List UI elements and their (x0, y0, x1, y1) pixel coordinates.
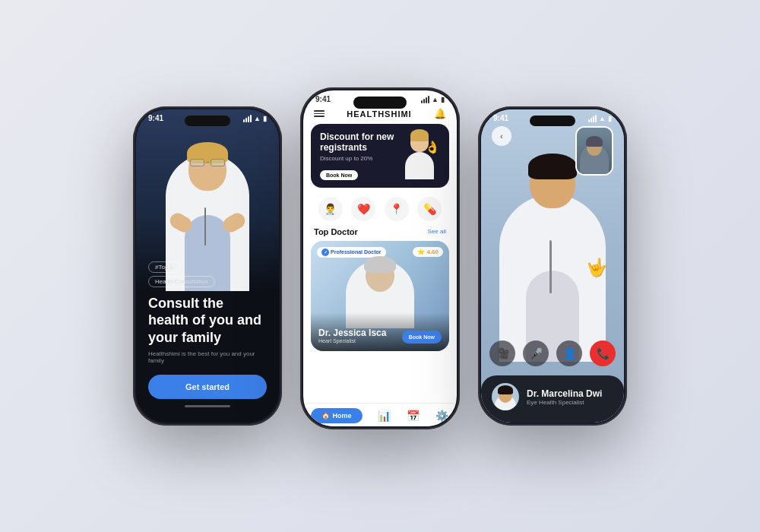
quick-icon-medicine[interactable]: 💊 (417, 197, 442, 221)
doctor-call-info: Dr. Marcelina Dwi Eye Health Specialist (527, 388, 613, 406)
time-right: 9:41 (493, 114, 508, 122)
nav-home[interactable]: 🏠 Home (311, 408, 362, 423)
phone-left: 9:41 ▲ ▮ (133, 106, 282, 426)
quick-icon-health[interactable]: ❤️ (351, 197, 375, 221)
battery-icon-right: ▮ (608, 115, 612, 122)
promo-title: Discount for new registrants (320, 131, 398, 154)
nav-calendar[interactable]: 📅 (407, 410, 420, 422)
quick-access-icons: 👨‍⚕️ ❤️ 📍 💊 (303, 194, 457, 227)
promo-subtitle: Discount up to 20% (320, 155, 398, 162)
status-icons-left: ▲ ▮ (243, 115, 267, 122)
add-person-icon: 👤 (563, 347, 576, 359)
stats-icon: 📊 (378, 410, 391, 422)
battery-icon-left: ▮ (263, 115, 267, 122)
doctor-card: Professional Doctor ⭐ 4.60 Dr. Jessica I… (311, 241, 449, 351)
video-icon: 🎥 (496, 347, 509, 359)
notification-icon[interactable]: 🔔 (434, 108, 446, 119)
bottom-indicator (185, 405, 230, 407)
splash-title: Consult the health of you and your famil… (148, 295, 267, 347)
promo-banner: Discount for new registrants Discount up… (311, 124, 449, 188)
badge-row: #Top 1 Health Consultation (148, 261, 267, 287)
see-all-link[interactable]: See all (428, 228, 446, 235)
battery-icon-center: ▮ (441, 96, 445, 103)
patient-figure (578, 131, 610, 174)
end-call-icon: 📞 (597, 347, 610, 359)
status-icons-center: ▲ ▮ (421, 96, 445, 103)
nav-stats[interactable]: 📊 (378, 410, 391, 422)
signal-icon-left (243, 115, 252, 122)
card-doctor-info: Dr. Jessica Isca Heart Specialist (318, 328, 386, 344)
splash-content: #Top 1 Health Consultation Consult the h… (136, 252, 279, 423)
top-badge: #Top 1 (148, 261, 180, 273)
doctor-info-bar: Dr. Marcelina Dwi Eye Health Specialist (481, 375, 624, 423)
calendar-icon: 📅 (407, 410, 420, 422)
app-title: HEALTHSHIMI (347, 109, 411, 119)
signal-icon-right (588, 115, 597, 122)
time-left: 9:41 (148, 114, 163, 122)
notch-right (530, 116, 575, 126)
mute-button[interactable]: 🎤 (523, 340, 549, 366)
patient-video (577, 128, 612, 174)
doctor-card-background: Professional Doctor ⭐ 4.60 Dr. Jessica I… (311, 241, 449, 351)
home-icon: 🏠 (321, 412, 330, 420)
doctor-specialty: Eye Health Specialist (527, 399, 613, 406)
card-book-button[interactable]: Book Now (402, 331, 442, 344)
phone-center: 9:41 ▲ ▮ HEALTHSHIMI (300, 87, 460, 429)
location-icon-circle: 📍 (385, 197, 409, 221)
video-off-button[interactable]: 🎥 (489, 340, 515, 366)
video-call-screen: 9:41 ▲ ▮ ‹ (481, 109, 624, 423)
wifi-icon-center: ▲ (432, 96, 439, 103)
health-icon-circle: ❤️ (351, 197, 375, 221)
medicine-icon-circle: 💊 (417, 197, 442, 221)
doctor-icon-circle: 👨‍⚕️ (318, 197, 343, 221)
home-screen: 9:41 ▲ ▮ HEALTHSHIMI (303, 90, 457, 426)
phone-right: 9:41 ▲ ▮ ‹ (478, 106, 627, 426)
promo-nurse-image: 👌 (398, 132, 440, 179)
wifi-icon-left: ▲ (254, 115, 261, 122)
doctor-figure-main: 🤟 (492, 149, 613, 362)
avatar-image (492, 385, 518, 410)
bottom-navigation: 🏠 Home 📊 📅 ⚙️ (303, 403, 457, 426)
mini-camera-view (575, 126, 613, 176)
microphone-icon: 🎤 (530, 347, 543, 359)
wifi-icon-right: ▲ (599, 115, 606, 122)
settings-icon: ⚙️ (435, 410, 448, 422)
back-button[interactable]: ‹ (492, 126, 511, 146)
nav-settings[interactable]: ⚙️ (435, 410, 448, 422)
end-call-button[interactable]: 📞 (590, 340, 616, 366)
time-center: 9:41 (315, 95, 331, 103)
card-doctor-name: Dr. Jessica Isca (318, 328, 386, 338)
card-doctor-specialty: Heart Specialist (318, 338, 386, 344)
notch-center (353, 97, 407, 109)
top-doctor-section: Top Doctor See all (303, 227, 457, 241)
promo-book-button[interactable]: Book Now (320, 170, 358, 180)
health-badge: Health Consultation (148, 276, 215, 287)
add-person-button[interactable]: 👤 (556, 340, 582, 366)
promo-text: Discount for new registrants Discount up… (320, 131, 398, 180)
doctor-name: Dr. Marcelina Dwi (527, 388, 613, 399)
doctor-avatar (492, 383, 519, 410)
card-info: Dr. Jessica Isca Heart Specialist Book N… (311, 312, 449, 351)
status-icons-right: ▲ ▮ (588, 115, 612, 122)
splash-screen: 9:41 ▲ ▮ (136, 109, 279, 423)
signal-icon-center (421, 96, 429, 103)
menu-button[interactable] (314, 110, 325, 117)
splash-subtitle: Healthshimi is the best for you and your… (148, 350, 267, 364)
quick-icon-location[interactable]: 📍 (385, 197, 409, 221)
get-started-button[interactable]: Get started (148, 375, 267, 399)
call-controls: 🎥 🎤 👤 📞 (481, 340, 624, 366)
notch-left (185, 116, 230, 126)
home-label: Home (332, 412, 351, 420)
quick-icon-doctor[interactable]: 👨‍⚕️ (318, 197, 343, 221)
section-title: Top Doctor (314, 227, 358, 236)
